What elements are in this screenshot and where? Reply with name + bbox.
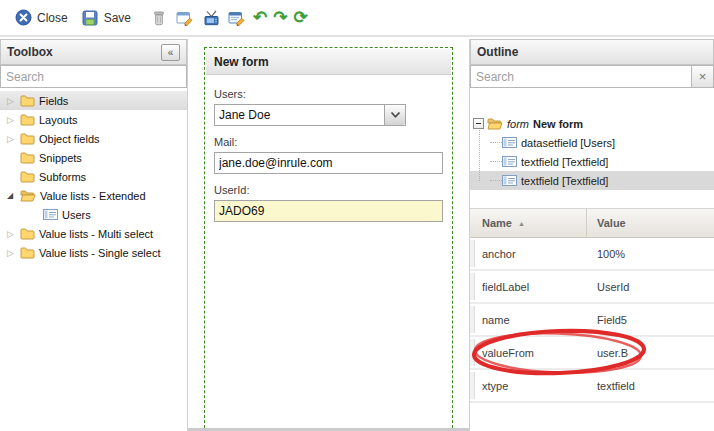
property-value[interactable]: 100%: [587, 248, 714, 260]
property-name: anchor: [470, 248, 587, 260]
save-button-label: Save: [104, 11, 131, 25]
property-name: xtype: [470, 380, 587, 392]
folder-icon: [20, 132, 35, 145]
toolbox-item-value-lists-multi[interactable]: ▷ Value lists - Multi select: [0, 224, 187, 243]
property-grid-header: Name ▲ Value: [470, 208, 714, 238]
outline-search-input[interactable]: [470, 65, 714, 88]
outline-item-datasetfield[interactable]: datasetfield [Users]: [470, 133, 714, 152]
textfield-icon: [502, 175, 517, 186]
toolbox-item-layouts[interactable]: ▷ Layouts: [0, 110, 187, 129]
toolbox-search-input[interactable]: [0, 65, 187, 88]
expand-arrow-icon[interactable]: ▷: [7, 229, 20, 239]
close-button-label: Close: [37, 11, 68, 25]
outline-title: Outline: [477, 45, 518, 59]
tree-connector-stub: [490, 180, 502, 181]
tree-item-label: Users: [62, 209, 91, 221]
property-value[interactable]: Field5: [587, 314, 714, 326]
toolbox-item-object-fields[interactable]: ▷ Object fields: [0, 129, 187, 148]
expand-arrow-icon[interactable]: ▷: [7, 96, 20, 106]
property-row-anchor[interactable]: anchor 100%: [470, 238, 714, 271]
mail-input[interactable]: [214, 152, 443, 174]
outline-root-type: form: [507, 118, 529, 130]
folder-icon: [20, 151, 35, 164]
expand-arrow-icon[interactable]: ▷: [7, 115, 20, 125]
users-combo-input[interactable]: [214, 104, 406, 126]
toolbox-item-snippets[interactable]: Snippets: [0, 148, 187, 167]
collapse-panel-button[interactable]: «: [161, 44, 180, 61]
property-value[interactable]: user.B: [587, 347, 714, 359]
property-row-name[interactable]: name Field5: [470, 304, 714, 337]
outline-item-label: textfield [Textfield]: [521, 175, 608, 187]
clear-search-button[interactable]: ×: [691, 66, 713, 87]
toolbox-item-fields[interactable]: ▷ Fields: [0, 91, 187, 110]
form-title-bar[interactable]: New form: [206, 49, 451, 75]
folder-icon: [20, 170, 35, 183]
open-folder-icon: [20, 189, 36, 202]
edit-properties-button[interactable]: [224, 6, 250, 30]
close-button[interactable]: Close: [10, 6, 71, 30]
toolbox-header: Toolbox «: [0, 39, 187, 65]
open-folder-icon: [487, 117, 503, 130]
form-designer-window: Close Save: [0, 0, 714, 431]
property-name: valueFrom: [470, 347, 587, 359]
form-canvas[interactable]: New form Users: Mail: UserId:: [204, 47, 453, 431]
mail-field-label: Mail:: [214, 136, 443, 148]
expand-arrow-icon[interactable]: ▷: [7, 134, 20, 144]
tv-icon: [201, 8, 221, 28]
edit-form-button[interactable]: [172, 6, 198, 30]
toolbox-item-users[interactable]: Users: [0, 205, 187, 224]
delete-button[interactable]: [146, 6, 172, 30]
tree-item-label: Value lists - Single select: [39, 247, 160, 259]
folder-icon: [20, 94, 35, 107]
tree-item-label: Fields: [39, 95, 68, 107]
toolbox-panel: Toolbox « ▷ Fields ▷ Layouts ▷ Object fi…: [0, 39, 188, 431]
value-list-icon: [43, 209, 58, 220]
userid-field-label: UserId:: [214, 184, 443, 196]
clear-search-icon: ×: [699, 69, 707, 84]
property-row-fieldlabel[interactable]: fieldLabel UserId: [470, 271, 714, 304]
tree-connector-stub: [490, 161, 502, 162]
preview-button[interactable]: [198, 6, 224, 30]
users-field-label: Users:: [214, 88, 443, 100]
outline-item-textfield-1[interactable]: textfield [Textfield]: [470, 152, 714, 171]
refresh-button[interactable]: ⟳: [291, 8, 311, 28]
collapse-icon: «: [168, 47, 174, 58]
outline-item-label: textfield [Textfield]: [521, 156, 608, 168]
redo-button[interactable]: ↷: [270, 8, 290, 28]
tree-item-label: Object fields: [39, 133, 100, 145]
combo-dropdown-button[interactable]: [384, 105, 405, 125]
toolbox-title: Toolbox: [7, 45, 53, 59]
tree-item-label: Value lists - Multi select: [39, 228, 153, 240]
collapse-arrow-icon[interactable]: ◢: [7, 191, 20, 200]
outline-root-name: New form: [533, 118, 583, 130]
property-row-valuefrom[interactable]: valueFrom user.B: [470, 337, 714, 370]
folder-icon: [20, 246, 35, 259]
outline-item-label: datasetfield [Users]: [521, 137, 615, 149]
outline-tree: form New form datasetfield [Users] textf…: [470, 114, 714, 190]
form-edit-icon: [175, 8, 195, 28]
toolbox-item-subforms[interactable]: Subforms: [0, 167, 187, 186]
outline-item-textfield-2-selected[interactable]: textfield [Textfield]: [470, 171, 714, 190]
userid-input[interactable]: [214, 200, 443, 222]
column-header-name[interactable]: Name ▲: [470, 209, 587, 237]
undo-icon: ↶: [253, 10, 267, 26]
folder-icon: [20, 113, 35, 126]
folder-icon: [20, 227, 35, 240]
save-button[interactable]: Save: [77, 6, 134, 30]
form-title: New form: [214, 55, 269, 69]
expand-arrow-icon[interactable]: ▷: [7, 248, 20, 258]
sort-asc-icon: ▲: [518, 220, 525, 227]
property-row-xtype[interactable]: xtype textfield: [470, 370, 714, 403]
tree-item-label: Value lists - Extended: [40, 190, 146, 202]
column-header-value[interactable]: Value: [587, 209, 714, 237]
undo-button[interactable]: ↶: [250, 8, 270, 28]
textfield-icon: [502, 156, 517, 167]
collapse-minus-icon[interactable]: [473, 118, 484, 129]
property-value[interactable]: textfield: [587, 380, 714, 392]
redo-icon: ↷: [273, 10, 287, 26]
toolbox-item-value-lists-extended[interactable]: ◢ Value lists - Extended: [0, 186, 187, 205]
toolbox-item-value-lists-single[interactable]: ▷ Value lists - Single select: [0, 243, 187, 262]
outline-item-form[interactable]: form New form: [470, 114, 714, 133]
close-icon: [13, 8, 33, 28]
property-value[interactable]: UserId: [587, 281, 714, 293]
